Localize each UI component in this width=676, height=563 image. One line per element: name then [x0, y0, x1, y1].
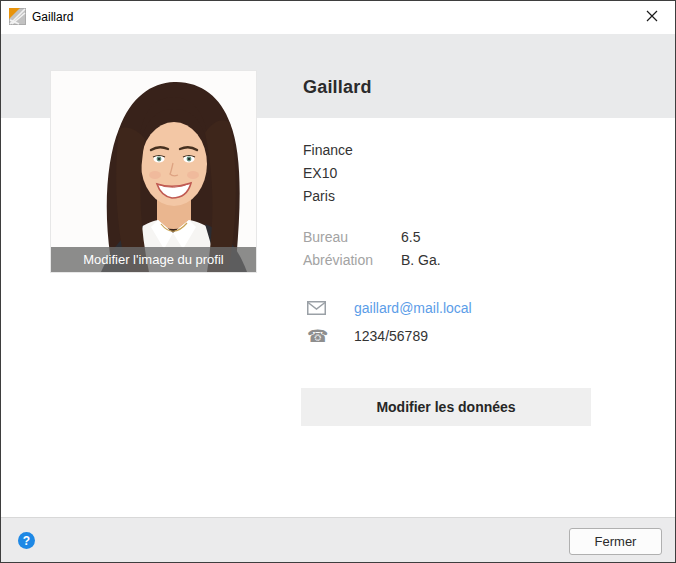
help-button[interactable]: ?	[18, 532, 35, 549]
phone-row: ☎ 1234/56789	[303, 326, 428, 346]
org-line-unit: EX10	[303, 162, 353, 185]
field-value: B. Ga.	[401, 252, 441, 275]
email-row: gaillard@mail.local	[303, 298, 472, 318]
footer-bar: ? Fermer	[1, 517, 675, 562]
title-bar: Gaillard	[1, 1, 675, 34]
close-icon	[645, 9, 659, 26]
profile-photo-image	[51, 71, 256, 272]
field-label: Bureau	[303, 229, 401, 252]
window-title: Gaillard	[32, 10, 73, 24]
field-row-bureau: Bureau 6.5	[303, 229, 420, 252]
field-value: 6.5	[401, 229, 420, 252]
contact-name: Gaillard	[303, 77, 372, 98]
phone-icon: ☎	[307, 328, 329, 345]
profile-photo[interactable]: Modifier l'image du profil	[51, 71, 256, 272]
phone-number: 1234/56789	[354, 328, 428, 344]
field-label: Abréviation	[303, 252, 401, 275]
contact-dialog-window: Gaillard	[0, 0, 676, 563]
close-window-button[interactable]	[629, 1, 675, 33]
close-dialog-button[interactable]: Fermer	[569, 528, 662, 555]
edit-data-button[interactable]: Modifier les données	[301, 388, 591, 426]
field-row-abreviation: Abréviation B. Ga.	[303, 252, 441, 275]
org-line-department: Finance	[303, 139, 353, 162]
edit-photo-overlay[interactable]: Modifier l'image du profil	[51, 247, 256, 272]
help-icon: ?	[23, 534, 30, 548]
mail-icon	[307, 301, 329, 315]
app-icon	[9, 8, 26, 25]
email-link[interactable]: gaillard@mail.local	[354, 300, 472, 316]
org-line-city: Paris	[303, 185, 353, 208]
org-info: Finance EX10 Paris	[303, 139, 353, 208]
